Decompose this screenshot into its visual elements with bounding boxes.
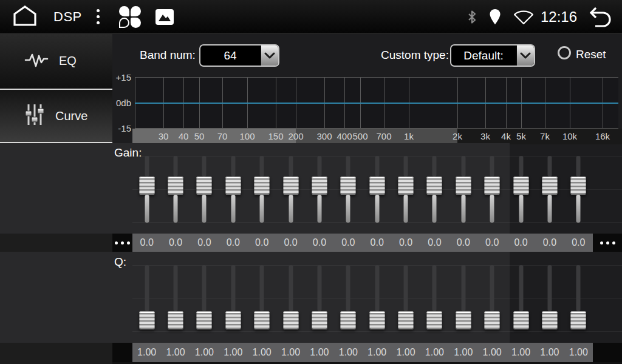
slider-thumb[interactable] <box>139 177 155 195</box>
kebab-menu-icon[interactable] <box>94 7 102 27</box>
slider-thumb[interactable] <box>484 177 500 195</box>
slider-thumb[interactable] <box>570 311 586 329</box>
freq-tick-label: 500 <box>352 129 367 144</box>
eq-curve-line <box>135 103 618 104</box>
custom-type-label: Custom type: <box>381 49 449 62</box>
slider-thumb[interactable] <box>340 177 356 195</box>
band-num-dropdown[interactable]: 64 <box>199 44 279 67</box>
q-slider[interactable] <box>570 264 586 333</box>
sidebar-item-eq[interactable]: EQ <box>0 34 112 89</box>
slider-thumb[interactable] <box>254 177 270 195</box>
bluetooth-icon <box>466 9 477 25</box>
slider-thumb[interactable] <box>340 311 356 329</box>
q-slider[interactable] <box>398 264 414 333</box>
q-slider[interactable] <box>225 264 241 333</box>
slider-thumb[interactable] <box>398 311 414 329</box>
slider-thumb[interactable] <box>254 311 270 329</box>
gain-slider[interactable] <box>340 155 356 224</box>
gain-slider[interactable] <box>196 155 212 224</box>
gain-slider[interactable] <box>398 155 414 224</box>
q-slider[interactable] <box>426 264 442 333</box>
gain-value: 0.0 <box>219 234 247 252</box>
slider-thumb[interactable] <box>484 311 500 329</box>
reset-radio-button[interactable] <box>558 46 571 59</box>
slider-thumb[interactable] <box>225 177 241 195</box>
slider-thumb[interactable] <box>312 177 327 195</box>
slider-track-upper <box>576 265 581 311</box>
q-slider[interactable] <box>369 264 385 333</box>
slider-thumb[interactable] <box>283 177 299 195</box>
slider-thumb[interactable] <box>426 177 442 195</box>
slider-thumb[interactable] <box>312 311 327 329</box>
home-icon[interactable] <box>11 4 39 30</box>
q-more-right-button[interactable] <box>593 343 622 362</box>
slider-thumb[interactable] <box>168 311 183 329</box>
gain-value: 0.0 <box>190 234 219 252</box>
slider-thumb[interactable] <box>513 311 529 329</box>
gain-slider[interactable] <box>542 155 558 224</box>
slider-thumb[interactable] <box>542 177 558 195</box>
db-gridline <box>135 77 618 78</box>
gain-more-right-button[interactable] <box>593 234 622 252</box>
slider-track-upper <box>145 265 149 311</box>
slider-thumb[interactable] <box>426 311 442 329</box>
q-slider[interactable] <box>484 264 500 333</box>
slider-thumb[interactable] <box>456 177 471 195</box>
gain-slider[interactable] <box>484 155 500 224</box>
y-axis-label: -15 <box>111 123 131 133</box>
q-slider[interactable] <box>283 264 299 333</box>
gain-slider[interactable] <box>312 155 327 224</box>
q-value: 1.00 <box>334 343 363 362</box>
gallery-icon[interactable] <box>156 9 174 25</box>
gain-slider[interactable] <box>225 155 241 224</box>
eq-curve-plot[interactable] <box>135 77 618 129</box>
q-slider[interactable] <box>168 264 183 333</box>
slider-thumb[interactable] <box>369 311 385 329</box>
clover-apps-icon[interactable] <box>119 6 141 28</box>
slider-thumb[interactable] <box>456 311 471 329</box>
q-slider[interactable] <box>513 264 529 333</box>
gain-slider[interactable] <box>254 155 270 224</box>
q-more-left-button[interactable] <box>112 343 132 362</box>
frequency-scale-bar[interactable]: 304050701001502003004005007001k2k3k4k5k7… <box>132 129 622 144</box>
q-slider[interactable] <box>542 264 558 333</box>
q-value: 1.00 <box>305 343 333 362</box>
slider-thumb[interactable] <box>513 177 529 195</box>
q-slider[interactable] <box>254 264 270 333</box>
slider-thumb[interactable] <box>168 177 183 195</box>
band-num-label: Band num: <box>140 49 196 62</box>
q-slider[interactable] <box>139 264 155 333</box>
gain-slider[interactable] <box>570 155 586 224</box>
slider-track-upper <box>548 156 552 177</box>
q-slider[interactable] <box>312 264 327 333</box>
q-slider[interactable] <box>340 264 356 333</box>
q-slider[interactable] <box>456 264 471 333</box>
freq-tick-label: 150 <box>268 129 283 144</box>
freq-tick-label: 300 <box>316 129 332 144</box>
gain-slider[interactable] <box>283 155 299 224</box>
slider-thumb[interactable] <box>283 311 299 329</box>
q-value: 1.00 <box>507 343 535 362</box>
slider-thumb[interactable] <box>196 311 212 329</box>
gain-slider[interactable] <box>369 155 385 224</box>
slider-thumb[interactable] <box>369 177 385 195</box>
slider-track-lower <box>174 195 178 223</box>
gain-slider[interactable] <box>426 155 442 224</box>
slider-track-lower <box>318 195 322 223</box>
slider-thumb[interactable] <box>196 177 212 195</box>
gain-slider[interactable] <box>456 155 471 224</box>
slider-thumb[interactable] <box>570 177 586 195</box>
sidebar-item-curve[interactable]: Curve <box>0 89 112 143</box>
slider-thumb[interactable] <box>139 311 155 329</box>
q-slider[interactable] <box>196 264 212 333</box>
slider-thumb[interactable] <box>542 311 558 329</box>
gain-more-left-button[interactable] <box>112 234 132 252</box>
freq-tick-label: 2k <box>453 129 462 144</box>
slider-thumb[interactable] <box>398 177 414 195</box>
gain-slider[interactable] <box>139 155 155 224</box>
gain-slider[interactable] <box>168 155 183 224</box>
custom-type-dropdown[interactable]: Default: <box>450 44 535 67</box>
gain-slider[interactable] <box>513 155 529 224</box>
slider-thumb[interactable] <box>225 311 241 329</box>
back-icon[interactable] <box>586 6 611 28</box>
